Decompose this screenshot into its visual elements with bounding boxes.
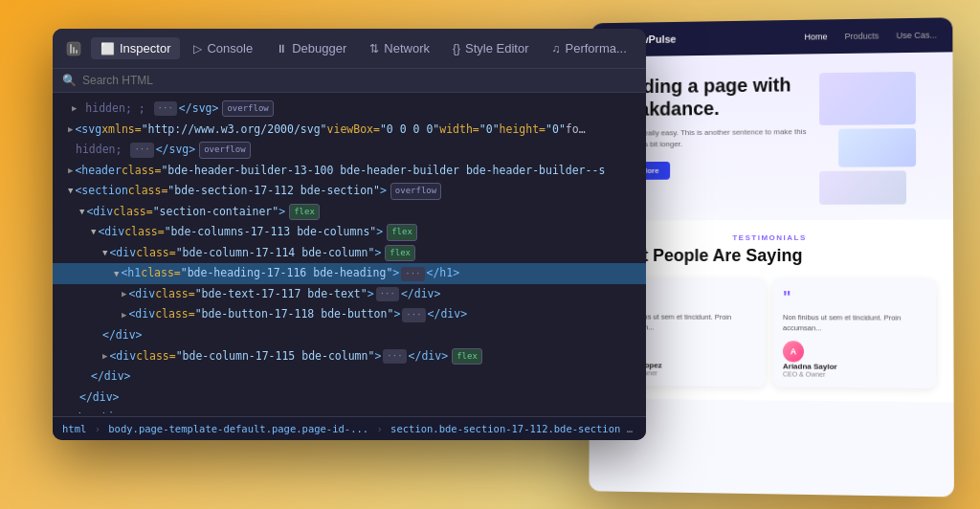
triangle-icon: ▶ <box>122 287 126 301</box>
triangle-icon: ▶ <box>68 122 73 137</box>
triangle-icon: ▼ <box>68 184 73 198</box>
tab-network[interactable]: ⇅ Network <box>360 37 439 59</box>
flex-badge: flex <box>289 204 320 220</box>
mockup-screen-3 <box>819 170 906 205</box>
search-input[interactable] <box>82 74 636 87</box>
triangle-icon: ▼ <box>91 225 96 239</box>
dots-badge: ··· <box>401 267 424 281</box>
triangle-icon: ▶ <box>102 349 107 364</box>
tab-inspector[interactable]: ⬜ Inspector <box>91 37 180 59</box>
nav-link-usecases[interactable]: Use Cas... <box>896 31 937 41</box>
performance-icon: ♫ <box>551 42 560 55</box>
devtools-panel: ⬜ Inspector ▷ Console ⏸ Debugger ⇅ Netwo… <box>53 29 646 440</box>
bc-body[interactable]: body.page-template-default.page.page-id-… <box>108 423 368 434</box>
tree-line[interactable]: ▶ <header class="bde-header-builder-13-1… <box>53 161 646 182</box>
dots-badge: ··· <box>402 308 425 322</box>
svg-rect-3 <box>76 50 78 54</box>
tree-line[interactable]: ▼ <section class="bde-section-17-112 bde… <box>53 181 646 202</box>
style-editor-icon: {} <box>453 42 460 55</box>
testimonials-title: What People Are Saying <box>607 246 936 267</box>
inspector-icon: ⬜ <box>100 42 115 55</box>
debugger-icon: ⏸ <box>276 42 287 55</box>
tab-console[interactable]: ▷ Console <box>184 37 262 59</box>
hero-image-area <box>819 72 936 205</box>
svg-rect-2 <box>73 47 75 54</box>
nav-link-home[interactable]: Home <box>805 32 828 41</box>
tree-line[interactable]: ▶ <div class="bde-column-17-115 bde-colu… <box>53 346 646 367</box>
bc-html[interactable]: html <box>62 423 86 434</box>
dots-badge: ··· <box>154 101 177 116</box>
dots-badge: ··· <box>383 349 406 364</box>
dots-badge: ··· <box>376 287 399 301</box>
avatar-2: A <box>783 341 804 362</box>
testimonial-role-2: CEO & Owner <box>783 370 926 378</box>
tree-line[interactable]: ▶ <div class="bde-button-17-118 bde-butt… <box>53 304 646 325</box>
tree-line[interactable]: ▼ <div class="section-container" > flex <box>53 202 646 223</box>
tree-line[interactable]: hidden; ··· </svg> overflow <box>53 140 646 161</box>
testimonials-tag: TESTIMONIALS <box>607 233 935 242</box>
mockup-screen-1 <box>819 72 916 125</box>
tab-debugger[interactable]: ⏸ Debugger <box>266 37 356 59</box>
bc-section[interactable]: section.bde-section-17-112.bde-section <box>390 423 620 434</box>
tree-line[interactable]: ▼ <div class="bde-columns-17-113 bde-col… <box>53 222 646 243</box>
devtools-toolbar: ⬜ Inspector ▷ Console ⏸ Debugger ⇅ Netwo… <box>53 29 646 69</box>
nav-link-products[interactable]: Products <box>845 31 880 40</box>
flex-badge: flex <box>385 245 415 261</box>
tab-performance[interactable]: ♫ Performa... <box>542 37 635 59</box>
search-icon: 🔍 <box>62 74 77 87</box>
overflow-badge: overflow <box>390 183 441 199</box>
triangle-icon: ▶ <box>68 164 73 178</box>
firefox-icon[interactable] <box>60 35 87 62</box>
tree-line[interactable]: </div> <box>53 366 646 387</box>
tree-line[interactable]: ▶ <div class="bde-text-17-117 bde-text" … <box>53 284 646 305</box>
overflow-badge: overflow <box>199 142 250 158</box>
console-icon: ▷ <box>193 42 202 55</box>
mockup-screen-2 <box>838 128 916 167</box>
triangle-icon: ▶ <box>72 101 77 116</box>
triangle-icon: ▼ <box>79 205 84 219</box>
bc-div[interactable]: div.sect... <box>642 423 646 434</box>
tree-line[interactable]: </div> <box>53 325 646 346</box>
testimonial-cards: " Non finibus ut sem et tincidunt. Proin… <box>607 277 937 388</box>
network-icon: ⇅ <box>369 42 379 55</box>
mockup-screens <box>819 72 936 205</box>
tree-line[interactable]: ▼ <div class="bde-column-17-114 bde-colu… <box>53 243 646 264</box>
overflow-badge: overflow <box>222 100 273 117</box>
triangle-icon: ▼ <box>114 267 119 281</box>
testimonial-card-2: " Non finibus ut sem et tincidunt. Proin… <box>773 278 936 388</box>
html-tree: ▶ hidden; ; ··· </svg> overflow ▶ <svg x… <box>53 93 646 413</box>
tree-line[interactable]: </section> <box>53 408 646 413</box>
tree-line[interactable]: </div> <box>53 387 646 409</box>
triangle-icon: ▶ <box>122 308 126 322</box>
tab-style-editor[interactable]: {} Style Editor <box>443 37 539 59</box>
dots-badge: ··· <box>130 143 153 157</box>
flex-badge: flex <box>452 348 482 365</box>
tree-line[interactable]: ▶ <svg xmlns="http://www.w3.org/2000/svg… <box>53 120 646 141</box>
search-bar: 🔍 <box>53 69 646 93</box>
breadcrumb: html › body.page-template-default.page.p… <box>53 416 646 440</box>
testimonial-text-2: Non finibus ut sem et tincidunt. Proin a… <box>783 312 926 334</box>
tree-line-selected[interactable]: ▼ <h1 class="bde-heading-17-116 bde-head… <box>53 263 646 284</box>
svg-rect-1 <box>70 44 72 54</box>
quote-mark-2: " <box>783 288 926 309</box>
tree-line[interactable]: ▶ hidden; ; ··· </svg> overflow <box>53 99 646 120</box>
triangle-icon: ▼ <box>102 246 107 260</box>
flex-badge: flex <box>387 224 417 240</box>
